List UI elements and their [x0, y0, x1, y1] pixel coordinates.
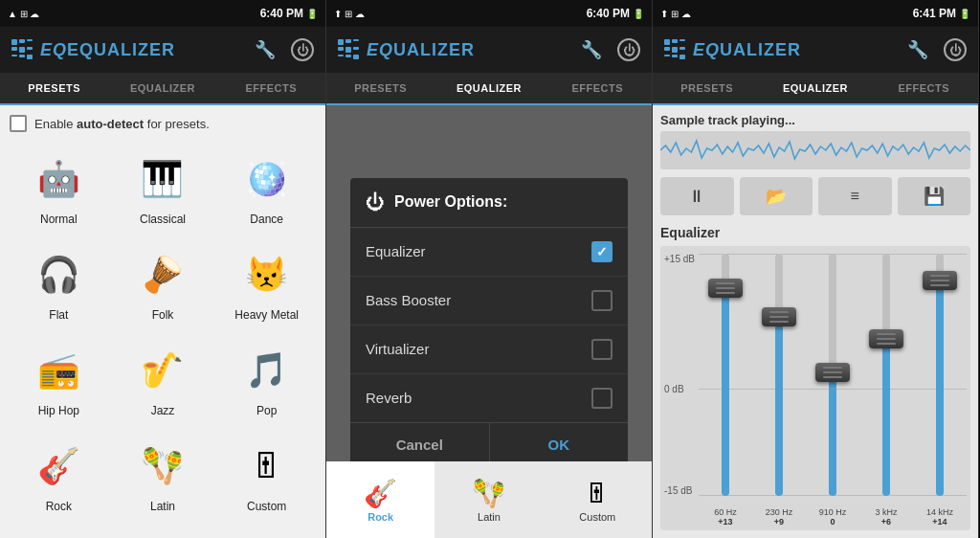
preset-item-custom[interactable]: 🎚 Custom [217, 431, 316, 521]
preset-item-folk[interactable]: 🪘 Folk [114, 239, 212, 329]
freq-label-3khz: 3 kHz +6 [865, 507, 907, 527]
band-60hz [704, 254, 746, 496]
tab-equalizer-1[interactable]: EQUALIZER [108, 73, 216, 103]
wrench-icon-2[interactable]: 🔧 [581, 39, 602, 60]
header-icons-1: 🔧 ⏻ [255, 38, 314, 61]
status-left-1: ▲ ⊞ ☁ [8, 9, 39, 19]
dialog-option-reverb[interactable]: Reverb [350, 374, 628, 422]
tabs-2: PRESETS EQUALIZER EFFECTS [326, 73, 652, 105]
tabs-1: PRESETS EQUALIZER EFFECTS [0, 73, 325, 105]
freq-val-60hz: +13 [704, 517, 746, 527]
wrench-icon-1[interactable]: 🔧 [255, 39, 276, 60]
power-icon-1[interactable]: ⏻ [291, 38, 314, 61]
dialog-option-label-reverb: Reverb [366, 390, 412, 406]
dialog-option-label-equalizer: Equalizer [366, 243, 426, 259]
preset-item-heavy-metal[interactable]: 😾 Heavy Metal [217, 239, 316, 329]
status-time-2: 6:40 PM [587, 7, 630, 20]
status-icons-left-2: ⬆ ⊞ ☁ [334, 9, 365, 19]
presets-content-1: Enable auto-detect for presets. 🤖 Normal… [0, 105, 325, 538]
preset-item-latin[interactable]: 🪇 Latin [114, 431, 212, 521]
auto-detect-checkbox[interactable] [10, 115, 27, 132]
menu-button[interactable]: ≡ [818, 177, 892, 215]
tab-equalizer-2[interactable]: EQUALIZER [434, 73, 543, 105]
dialog-option-equalizer[interactable]: Equalizer [350, 228, 628, 277]
power-icon-3[interactable]: ⏻ [944, 38, 967, 61]
preset-item-classical[interactable]: 🎹 Classical [114, 144, 212, 234]
preset-label-normal: Normal [40, 213, 78, 226]
db-label-bot: -15 dB [664, 485, 692, 496]
tab-presets-3[interactable]: PRESETS [653, 73, 761, 103]
pause-button[interactable]: ⏸ [660, 177, 734, 215]
save-button[interactable]: 💾 [898, 177, 971, 215]
eq-sliders-area: +15 dB 0 dB -15 dB [660, 246, 970, 530]
status-icons-left-3: ⬆ ⊞ ☁ [660, 9, 691, 19]
wrench-icon-3[interactable]: 🔧 [907, 39, 928, 60]
status-battery-3: 🔋 [959, 9, 970, 19]
slider-handle-910hz[interactable] [815, 363, 850, 382]
tab-presets-2[interactable]: PRESETS [326, 73, 434, 103]
preset-icon-heavy-metal: 😾 [239, 247, 295, 303]
preset-icon-normal: 🤖 [31, 151, 86, 207]
logo-grid-2 [338, 39, 359, 60]
tab-effects-2[interactable]: EFFECTS [544, 73, 652, 103]
app-logo-3: EqUALIZER [664, 39, 801, 60]
freq-val-3khz: +6 [865, 517, 907, 527]
power-icon-2[interactable]: ⏻ [617, 38, 640, 61]
tab-equalizer-3[interactable]: EQUALIZER [761, 73, 869, 105]
app-header-2: EqUALIZER 🔧 ⏻ [326, 27, 652, 73]
preset-item-flat[interactable]: 🎧 Flat [10, 239, 108, 329]
bottom-preset-rock[interactable]: 🎸 Rock [326, 461, 434, 538]
waveform-display [660, 131, 970, 169]
bottom-preset-label-latin: Latin [478, 511, 501, 523]
tab-effects-3[interactable]: EFFECTS [870, 73, 978, 103]
dialog-ok-button[interactable]: OK [490, 423, 629, 466]
status-battery-1: 🔋 [306, 9, 318, 19]
preset-icon-custom: 🎚 [239, 438, 295, 494]
preset-item-dance[interactable]: 🪩 Dance [217, 144, 316, 234]
dialog-option-virtualizer[interactable]: Virtualizer [350, 325, 628, 374]
status-bar-2: ⬆ ⊞ ☁ 6:40 PM 🔋 [326, 0, 652, 27]
open-button[interactable]: 📂 [740, 177, 813, 215]
preset-item-normal[interactable]: 🤖 Normal [10, 144, 108, 234]
freq-hz-14khz: 14 kHz [919, 507, 961, 517]
dialog-checkbox-virtualizer[interactable] [591, 339, 612, 360]
preset-item-hiphop[interactable]: 📻 Hip Hop [10, 335, 108, 425]
freq-hz-230hz: 230 Hz [758, 507, 800, 517]
tab-effects-1[interactable]: EFFECTS [217, 73, 325, 103]
dialog-cancel-button[interactable]: Cancel [350, 423, 489, 466]
dialog-checkbox-bass-booster[interactable] [591, 290, 612, 311]
freq-hz-910hz: 910 Hz [812, 507, 854, 517]
panel-equalizer: ⬆ ⊞ ☁ 6:41 PM 🔋 EqUALIZER 🔧 ⏻ [653, 0, 979, 538]
preset-icon-hiphop: 📻 [31, 343, 86, 398]
status-time-3: 6:41 PM [913, 7, 956, 20]
dialog-buttons: Cancel OK [350, 422, 628, 466]
bottom-preset-custom[interactable]: 🎚 Custom [544, 461, 652, 538]
bottom-preset-latin[interactable]: 🪇 Latin [434, 461, 543, 538]
dialog-option-bass-booster[interactable]: Bass Booster [350, 277, 628, 325]
dialog-title: Power Options: [394, 193, 507, 211]
status-right-2: 6:40 PM 🔋 [587, 7, 644, 20]
app-logo-2: EqUALIZER [338, 39, 475, 60]
tab-presets-1[interactable]: PRESETS [0, 73, 108, 105]
preset-item-pop[interactable]: 🎵 Pop [217, 335, 316, 425]
slider-handle-14khz[interactable] [923, 271, 957, 290]
slider-handle-60hz[interactable] [708, 279, 743, 298]
dialog-checkbox-equalizer[interactable] [591, 241, 612, 262]
slider-fill-14khz [936, 282, 944, 496]
logo-grid-3 [664, 39, 685, 60]
preset-item-jazz[interactable]: 🎷 Jazz [114, 335, 212, 425]
status-left-2: ⬆ ⊞ ☁ [334, 9, 365, 19]
app-logo-1: EqEQUALIZER [11, 39, 175, 60]
dialog-checkbox-reverb[interactable] [591, 388, 612, 409]
preset-item-rock[interactable]: 🎸 Rock [10, 431, 108, 521]
status-bar-1: ▲ ⊞ ☁ 6:40 PM 🔋 [0, 0, 325, 27]
slider-handle-230hz[interactable] [762, 307, 796, 326]
slider-fill-60hz [722, 290, 729, 496]
preset-icon-jazz: 🎷 [135, 343, 190, 398]
eq-content: Sample track playing... ⏸ 📂 ≡ 💾 Equalize… [653, 105, 978, 538]
bottom-preset-label-rock: Rock [368, 511, 393, 523]
panel2-background: ⏻ Power Options: Equalizer Bass Booster … [326, 105, 652, 538]
slider-handle-3khz[interactable] [869, 329, 903, 348]
slider-fill-3khz [882, 341, 890, 496]
preset-icon-folk: 🪘 [135, 247, 190, 303]
